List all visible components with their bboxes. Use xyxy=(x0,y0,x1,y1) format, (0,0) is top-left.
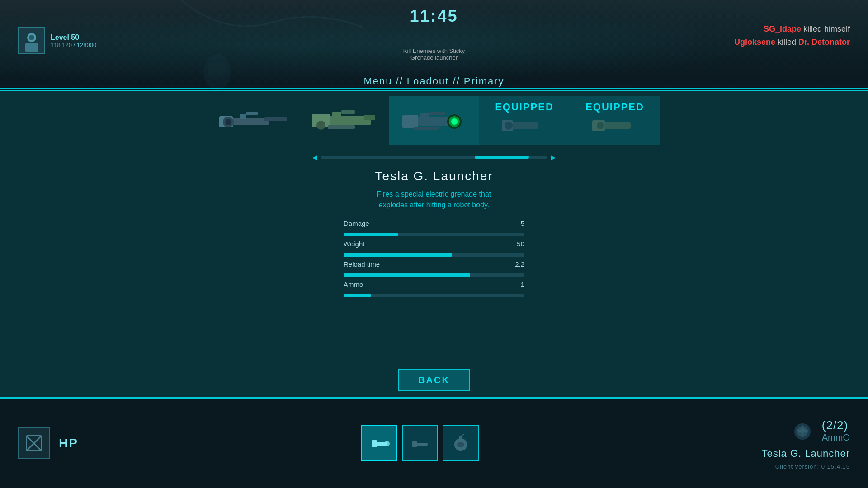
main-panel: EQUIPPED EQUIPPED xyxy=(0,90,868,398)
reload-bar-bg xyxy=(344,273,524,277)
scroll-thumb xyxy=(475,156,529,159)
svg-rect-42 xyxy=(412,441,417,447)
svg-point-40 xyxy=(384,441,390,446)
svg-point-25 xyxy=(451,118,458,125)
stats-container: Damage 5 Weight 50 Reload time xyxy=(344,220,524,297)
mission-line1: Kill Enemies with Sticky xyxy=(403,47,465,54)
svg-rect-13 xyxy=(246,112,258,115)
svg-point-11 xyxy=(225,119,231,125)
weapon-slot-5[interactable]: EQUIPPED xyxy=(570,96,660,145)
bottom-hud: HP xyxy=(0,398,868,488)
mission-line2: Grenade launcher xyxy=(403,54,465,61)
player-details: Level 50 118.120 / 128000 xyxy=(51,33,96,48)
svg-rect-28 xyxy=(414,127,439,130)
equipped-label-2: EQUIPPED xyxy=(585,101,644,113)
breadcrumb-separator xyxy=(0,88,868,89)
svg-rect-5 xyxy=(25,43,38,52)
client-version: Client version: 0.15.4.15 xyxy=(775,463,850,470)
player-xp: 118.120 / 128000 xyxy=(51,42,96,48)
scroll-track[interactable] xyxy=(321,156,547,159)
weight-bar-bg xyxy=(344,253,524,257)
weapon-description: Fires a special electric grenade thatexp… xyxy=(0,189,868,211)
kill-feed-line2: Ugloksene killed Dr. Detonator xyxy=(734,36,850,49)
hud-right: (2/2) AmmO Tesla G. Launcher Client vers… xyxy=(761,417,850,470)
weight-value: 50 xyxy=(506,240,524,248)
svg-rect-18 xyxy=(332,112,341,116)
player-level: Level 50 xyxy=(51,33,96,42)
hud-weapon-icon xyxy=(788,417,815,444)
equipped-weapon-name: Tesla G. Launcher xyxy=(761,448,850,460)
svg-point-31 xyxy=(505,122,513,130)
kill-feed: SG_Idape killed himself Ugloksene killed… xyxy=(734,23,850,49)
hud-empty-slot xyxy=(18,427,50,459)
kill-action-1: killed himself xyxy=(803,24,850,33)
hud-weapon-slot-2[interactable] xyxy=(402,425,438,461)
ammo-label-bottom: AmmO xyxy=(822,432,850,443)
player-avatar xyxy=(18,27,45,54)
equipped-label-1: EQUIPPED xyxy=(495,101,554,113)
ammo-label: Ammo xyxy=(344,281,402,288)
player-info: Level 50 118.120 / 128000 xyxy=(18,27,96,54)
svg-rect-39 xyxy=(372,440,377,447)
hud-grenade-slot[interactable] xyxy=(443,425,479,461)
kill-action-2: killed xyxy=(778,38,798,47)
ammo-count: (2/2) xyxy=(822,418,850,432)
weapon-name: Tesla G. Launcher xyxy=(0,169,868,183)
damage-label: Damage xyxy=(344,220,402,227)
ammo-bar-bg xyxy=(344,294,524,297)
svg-line-45 xyxy=(461,434,464,436)
damage-value: 5 xyxy=(506,220,524,227)
svg-rect-16 xyxy=(364,115,375,120)
killer-name-1: SG_Idape xyxy=(764,24,801,33)
hud-center xyxy=(78,425,762,461)
weapon-slot-2[interactable] xyxy=(298,96,389,145)
weapon-slot-4[interactable]: EQUIPPED xyxy=(479,96,570,145)
svg-rect-19 xyxy=(341,110,355,114)
reload-value: 2.2 xyxy=(506,260,524,268)
stat-row-ammo: Ammo 1 xyxy=(344,281,524,297)
weight-bar-fill xyxy=(344,253,452,257)
kill-victim-2: Dr. Detonator xyxy=(798,38,850,47)
svg-rect-9 xyxy=(264,117,287,121)
breadcrumb: Menu // Loadout // Primary xyxy=(0,75,868,87)
weapon-image-1 xyxy=(215,103,292,139)
hp-label: HP xyxy=(59,436,78,450)
weapon-carousel: EQUIPPED EQUIPPED xyxy=(0,91,868,150)
stat-row-damage: Damage 5 xyxy=(344,220,524,236)
hud-weapon-slot-1[interactable] xyxy=(361,425,397,461)
svg-rect-20 xyxy=(328,125,355,129)
svg-point-6 xyxy=(29,35,34,40)
stat-row-weight: Weight 50 xyxy=(344,240,524,257)
svg-rect-26 xyxy=(420,113,429,118)
scroll-right-arrow[interactable]: ▶ xyxy=(551,154,556,161)
svg-point-17 xyxy=(316,121,326,130)
game-timer: 11:45 xyxy=(410,7,458,26)
svg-point-46 xyxy=(457,442,464,447)
back-button-label: BACK xyxy=(418,375,450,385)
reload-bar-fill xyxy=(344,273,470,277)
killer-name-2: Ugloksene xyxy=(734,38,775,47)
weight-label: Weight xyxy=(344,240,402,248)
svg-rect-22 xyxy=(402,115,418,128)
damage-bar-fill xyxy=(344,233,398,236)
weapon-info: Tesla G. Launcher Fires a special electr… xyxy=(0,164,868,305)
scroll-left-arrow[interactable]: ◀ xyxy=(312,154,317,161)
ammo-bar-fill xyxy=(344,294,371,297)
damage-bar-bg xyxy=(344,233,524,236)
svg-rect-27 xyxy=(429,112,445,115)
back-button[interactable]: BACK xyxy=(398,369,470,391)
svg-point-34 xyxy=(597,122,604,129)
weapon-slot-3[interactable] xyxy=(389,96,479,145)
hud-left: HP xyxy=(18,427,78,459)
svg-rect-3 xyxy=(208,63,226,77)
svg-rect-44 xyxy=(459,436,462,441)
svg-rect-12 xyxy=(240,114,246,119)
weapon-slot-1[interactable] xyxy=(208,96,298,145)
kill-feed-line1: SG_Idape killed himself xyxy=(734,23,850,36)
scrollbar-container: ◀ ▶ xyxy=(0,150,868,164)
weapon-image-2 xyxy=(305,103,382,139)
reload-label: Reload time xyxy=(344,260,402,268)
weapon-image-3 xyxy=(396,103,472,139)
ammo-value: 1 xyxy=(506,281,524,288)
stat-row-reload: Reload time 2.2 xyxy=(344,260,524,277)
